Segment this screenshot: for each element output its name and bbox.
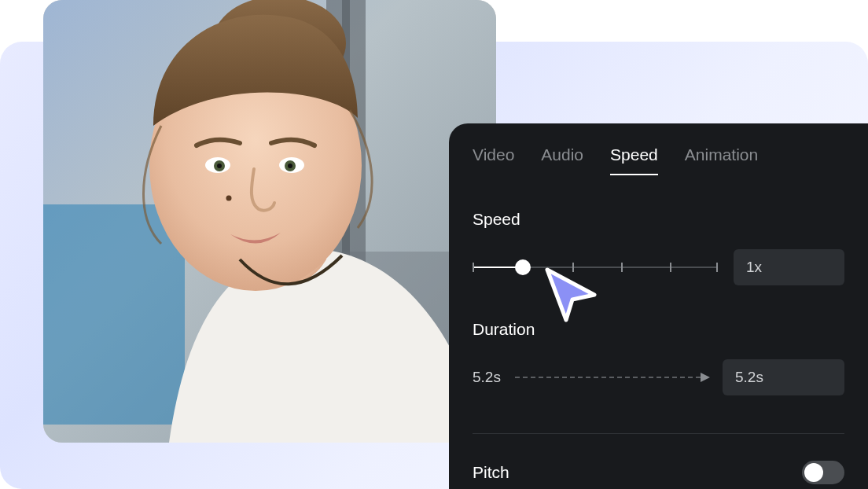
section-divider (473, 433, 844, 434)
svg-point-12 (288, 164, 292, 168)
duration-target-input[interactable]: 5.2s (723, 359, 844, 395)
tab-audio[interactable]: Audio (541, 145, 583, 175)
speed-section: Speed 1x (473, 210, 844, 285)
pitch-label: Pitch (473, 463, 509, 482)
duration-label: Duration (473, 320, 844, 339)
pitch-toggle-thumb (804, 463, 823, 482)
duration-section: Duration 5.2s 5.2s (473, 320, 844, 395)
duration-current-value: 5.2s (473, 369, 501, 386)
pitch-section: Pitch (473, 461, 844, 484)
inspector-panel: Video Audio Speed Animation Speed 1x Dur… (449, 123, 868, 489)
duration-arrow-icon (515, 377, 708, 378)
svg-rect-1 (43, 204, 185, 425)
video-preview-thumbnail (43, 0, 496, 443)
speed-label: Speed (473, 210, 844, 229)
speed-slider-thumb[interactable] (515, 259, 531, 275)
tab-speed[interactable]: Speed (610, 145, 658, 175)
tab-animation[interactable]: Animation (685, 145, 758, 175)
tab-video[interactable]: Video (473, 145, 514, 175)
svg-point-9 (217, 164, 222, 168)
svg-point-13 (226, 196, 232, 201)
speed-slider[interactable] (473, 258, 716, 277)
inspector-tabs: Video Audio Speed Animation (473, 145, 844, 175)
pitch-toggle[interactable] (802, 461, 844, 484)
speed-value-input[interactable]: 1x (734, 249, 844, 285)
